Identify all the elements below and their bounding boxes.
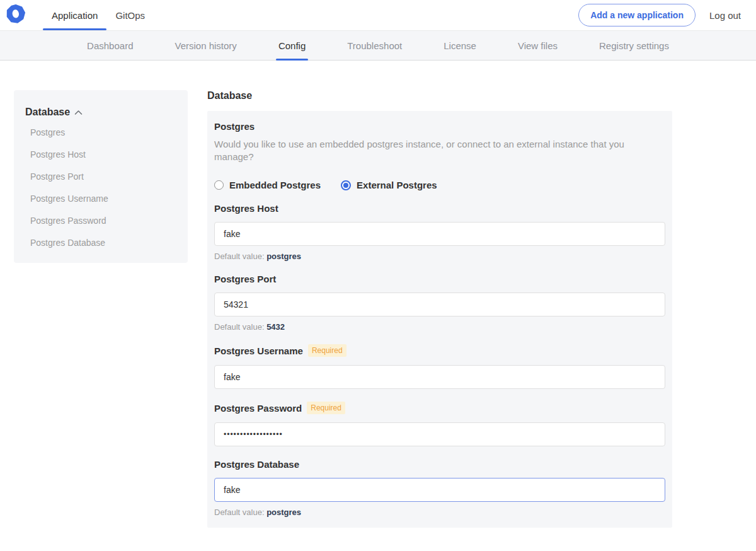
config-page-content: Database Postgres Postgres Host Postgres… xyxy=(0,61,756,551)
tab-version-history-label: Version history xyxy=(175,40,236,51)
replicated-logo-icon xyxy=(6,4,25,26)
postgres-database-default: Default value: postgres xyxy=(214,508,665,517)
field-postgres-password: Postgres Password Required xyxy=(214,402,665,446)
config-sidebar: Database Postgres Postgres Host Postgres… xyxy=(14,90,188,263)
postgres-password-input[interactable] xyxy=(214,422,665,446)
database-config-panel: Postgres Would you like to use an embedd… xyxy=(207,111,672,528)
sidebar-item-postgres-password[interactable]: Postgres Password xyxy=(25,210,176,232)
app-subnav: Dashboard Version history Config Trouble… xyxy=(0,30,756,61)
default-label: Default value: xyxy=(214,508,265,517)
tab-version-history[interactable]: Version history xyxy=(172,31,239,60)
radio-external-postgres[interactable]: External Postgres xyxy=(341,180,437,190)
sidebar-group-database-label: Database xyxy=(25,107,70,118)
postgres-port-default: Default value: 5432 xyxy=(214,322,665,332)
default-value: postgres xyxy=(266,508,301,517)
postgres-host-input[interactable] xyxy=(214,222,665,246)
sidebar-item-postgres-port[interactable]: Postgres Port xyxy=(25,166,176,188)
tab-config-label: Config xyxy=(278,40,306,51)
postgres-radio-group: Embedded Postgres External Postgres xyxy=(214,180,665,190)
sidebar-item-postgres[interactable]: Postgres xyxy=(25,122,176,144)
tab-gitops-label: GitOps xyxy=(115,10,145,21)
field-postgres-database: Postgres Database Default value: postgre… xyxy=(214,459,665,517)
postgres-host-default: Default value: postgres xyxy=(214,252,665,261)
tab-registry-settings-label: Registry settings xyxy=(599,40,669,51)
topbar-right: Add a new application Log out xyxy=(578,0,741,30)
logout-link[interactable]: Log out xyxy=(709,10,741,21)
config-main: Database Postgres Would you like to use … xyxy=(207,90,672,551)
field-postgres: Postgres Would you like to use an embedd… xyxy=(214,121,665,190)
postgres-username-label: Postgres Username Required xyxy=(214,344,665,357)
tab-license[interactable]: License xyxy=(441,31,479,60)
postgres-username-input[interactable] xyxy=(214,365,665,389)
postgres-username-label-text: Postgres Username xyxy=(214,345,303,356)
postgres-host-label-text: Postgres Host xyxy=(214,203,278,214)
app-logo[interactable] xyxy=(5,0,32,30)
top-navbar: Application GitOps Add a new application… xyxy=(0,0,756,30)
postgres-label-text: Postgres xyxy=(214,121,255,132)
tab-license-label: License xyxy=(444,40,476,51)
field-postgres-username: Postgres Username Required xyxy=(214,344,665,389)
add-new-application-button[interactable]: Add a new application xyxy=(578,4,696,26)
radio-embedded-postgres-label: Embedded Postgres xyxy=(229,180,321,190)
postgres-database-label: Postgres Database xyxy=(214,459,665,470)
tab-dashboard-label: Dashboard xyxy=(87,40,133,51)
sidebar-item-postgres-username[interactable]: Postgres Username xyxy=(25,188,176,210)
default-label: Default value: xyxy=(214,322,265,332)
field-postgres-host: Postgres Host Default value: postgres xyxy=(214,203,665,261)
tab-registry-settings[interactable]: Registry settings xyxy=(597,31,672,60)
postgres-port-label: Postgres Port xyxy=(214,274,665,284)
radio-selected-icon xyxy=(341,180,351,190)
postgres-port-label-text: Postgres Port xyxy=(214,274,276,284)
postgres-label: Postgres xyxy=(214,121,665,132)
tab-view-files-label: View files xyxy=(518,40,558,51)
chevron-up-icon xyxy=(74,107,83,118)
radio-unselected-icon xyxy=(214,180,224,190)
required-badge: Required xyxy=(307,402,345,414)
sidebar-item-postgres-host[interactable]: Postgres Host xyxy=(25,144,176,166)
topbar-tabs: Application GitOps xyxy=(43,0,154,30)
tab-config[interactable]: Config xyxy=(276,31,308,60)
postgres-help-text: Would you like to use an embedded postgr… xyxy=(214,138,665,163)
tab-application[interactable]: Application xyxy=(43,0,106,30)
required-badge: Required xyxy=(308,344,346,357)
radio-external-postgres-label: External Postgres xyxy=(357,180,437,190)
tab-application-label: Application xyxy=(52,10,98,21)
radio-embedded-postgres[interactable]: Embedded Postgres xyxy=(214,180,321,190)
default-label: Default value: xyxy=(214,252,265,261)
tab-gitops[interactable]: GitOps xyxy=(106,0,154,30)
sidebar-group-database[interactable]: Database xyxy=(25,105,176,122)
field-postgres-port: Postgres Port Default value: 5432 xyxy=(214,274,665,332)
postgres-database-label-text: Postgres Database xyxy=(214,459,299,470)
tab-troubleshoot-label: Troubleshoot xyxy=(347,40,402,51)
postgres-database-input[interactable] xyxy=(214,478,665,502)
postgres-password-label: Postgres Password Required xyxy=(214,402,665,414)
section-title: Database xyxy=(207,90,672,102)
postgres-password-label-text: Postgres Password xyxy=(214,403,302,414)
tab-dashboard[interactable]: Dashboard xyxy=(84,31,135,60)
postgres-port-input[interactable] xyxy=(214,293,665,316)
tab-troubleshoot[interactable]: Troubleshoot xyxy=(345,31,404,60)
default-value: 5432 xyxy=(266,322,285,332)
default-value: postgres xyxy=(266,252,301,261)
tab-view-files[interactable]: View files xyxy=(515,31,560,60)
postgres-host-label: Postgres Host xyxy=(214,203,665,214)
sidebar-item-postgres-database[interactable]: Postgres Database xyxy=(25,232,176,254)
